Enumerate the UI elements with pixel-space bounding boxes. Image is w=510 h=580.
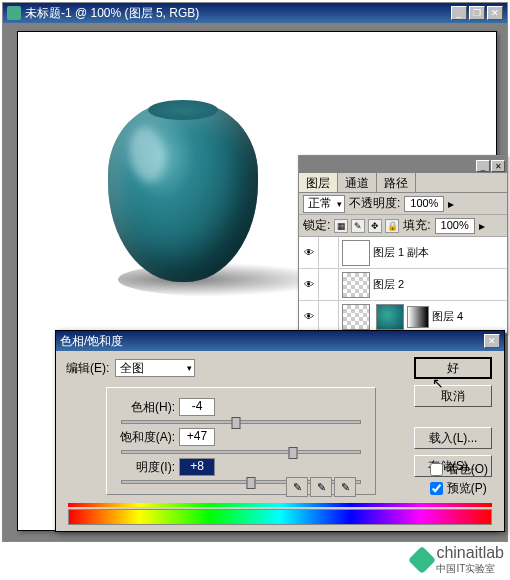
layer-mask-thumbnail[interactable] xyxy=(407,306,429,328)
layer-name[interactable]: 图层 2 xyxy=(373,277,507,292)
watermark: chinaitlab 中国IT实验室 xyxy=(412,544,504,576)
app-icon xyxy=(7,6,21,20)
watermark-logo-icon xyxy=(408,546,436,574)
hue-input[interactable]: -4 xyxy=(179,398,215,416)
hue-slider[interactable] xyxy=(121,420,361,424)
fill-input[interactable]: 100% xyxy=(435,218,475,234)
layers-panel: _ ✕ 图层 通道 路径 正常 不透明度: 100% ▸ 锁定: ▦ ✎ ✥ 🔒… xyxy=(298,155,508,334)
document-title: 未标题-1 @ 100% (图层 5, RGB) xyxy=(25,5,451,22)
layer-row[interactable]: 👁 图层 1 副本 xyxy=(299,237,507,269)
layer-thumbnail[interactable] xyxy=(342,272,370,298)
colorize-checkbox[interactable] xyxy=(430,463,443,476)
minimize-button[interactable]: _ xyxy=(451,6,467,20)
hue-spectrum-bottom xyxy=(68,509,492,525)
hue-saturation-dialog: 色相/饱和度 ✕ 编辑(E): 全图 色相(H): -4 饱和度(A): +47… xyxy=(55,330,505,532)
layer-thumbnail[interactable] xyxy=(342,240,370,266)
visibility-toggle[interactable]: 👁 xyxy=(299,237,319,269)
visibility-toggle[interactable]: 👁 xyxy=(299,301,319,333)
layer-name[interactable]: 图层 1 副本 xyxy=(373,245,507,260)
lightness-label: 明度(I): xyxy=(115,459,175,476)
maximize-button[interactable]: ❐ xyxy=(469,6,485,20)
hue-label: 色相(H): xyxy=(115,399,175,416)
saturation-slider[interactable] xyxy=(121,450,361,454)
layer-row[interactable]: 👁 图层 4 xyxy=(299,301,507,333)
panel-close-button[interactable]: ✕ xyxy=(491,160,505,172)
lock-label: 锁定: xyxy=(303,217,330,234)
ok-button[interactable]: 好 xyxy=(414,357,492,379)
dialog-title: 色相/饱和度 xyxy=(60,333,484,350)
preview-label: 预览(P) xyxy=(447,480,487,497)
colorize-label: 着色(O) xyxy=(447,461,488,478)
layer-thumbnail[interactable] xyxy=(376,304,404,330)
hue-spectrum-top xyxy=(68,503,492,507)
saturation-input[interactable]: +47 xyxy=(179,428,215,446)
tab-layers[interactable]: 图层 xyxy=(299,173,338,192)
load-button[interactable]: 载入(L)... xyxy=(414,427,492,449)
vase-artwork xyxy=(108,102,258,282)
eyedropper-add-icon[interactable]: ✎ xyxy=(310,477,332,497)
preview-checkbox[interactable] xyxy=(430,482,443,495)
lightness-input[interactable]: +8 xyxy=(179,458,215,476)
eyedropper-icon[interactable]: ✎ xyxy=(286,477,308,497)
lock-transparency-icon[interactable]: ▦ xyxy=(334,219,348,233)
arrow-icon[interactable]: ▸ xyxy=(448,197,454,211)
layer-row[interactable]: 👁 图层 2 xyxy=(299,269,507,301)
title-bar: 未标题-1 @ 100% (图层 5, RGB) _ ❐ ✕ xyxy=(3,3,507,23)
layer-list: 👁 图层 1 副本 👁 图层 2 👁 图层 4 xyxy=(299,237,507,333)
dialog-close-button[interactable]: ✕ xyxy=(484,334,500,348)
tab-paths[interactable]: 路径 xyxy=(377,173,416,192)
eyedropper-subtract-icon[interactable]: ✎ xyxy=(334,477,356,497)
panel-minimize-button[interactable]: _ xyxy=(476,160,490,172)
lock-paint-icon[interactable]: ✎ xyxy=(351,219,365,233)
cancel-button[interactable]: 取消 xyxy=(414,385,492,407)
saturation-label: 饱和度(A): xyxy=(115,429,175,446)
fill-label: 填充: xyxy=(403,217,430,234)
dialog-titlebar[interactable]: 色相/饱和度 ✕ xyxy=(56,331,504,351)
layer-thumbnail[interactable] xyxy=(342,304,370,330)
tab-channels[interactable]: 通道 xyxy=(338,173,377,192)
layer-name[interactable]: 图层 4 xyxy=(432,309,507,324)
close-button[interactable]: ✕ xyxy=(487,6,503,20)
watermark-brand: chinaitlab xyxy=(436,544,504,562)
watermark-sub: 中国IT实验室 xyxy=(436,562,504,576)
visibility-toggle[interactable]: 👁 xyxy=(299,269,319,301)
lock-all-icon[interactable]: 🔒 xyxy=(385,219,399,233)
edit-dropdown[interactable]: 全图 xyxy=(115,359,195,377)
blend-mode-dropdown[interactable]: 正常 xyxy=(303,195,345,213)
edit-label: 编辑(E): xyxy=(66,360,109,377)
arrow-icon[interactable]: ▸ xyxy=(479,219,485,233)
opacity-input[interactable]: 100% xyxy=(404,196,444,212)
opacity-label: 不透明度: xyxy=(349,195,400,212)
lock-move-icon[interactable]: ✥ xyxy=(368,219,382,233)
